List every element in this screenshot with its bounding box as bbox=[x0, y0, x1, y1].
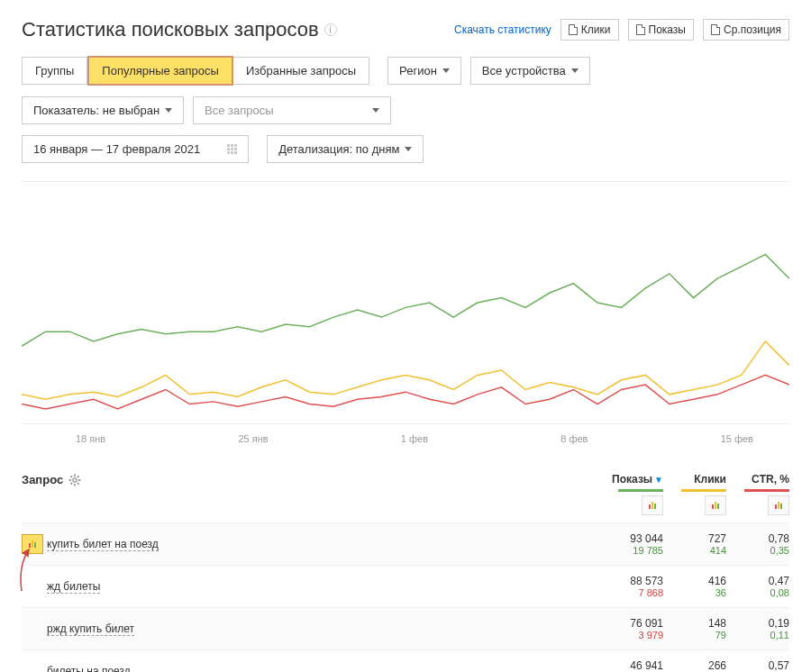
clicks-cell: 727414 bbox=[663, 532, 726, 556]
devices-dropdown[interactable]: Все устройства bbox=[470, 57, 590, 85]
bars-icon bbox=[712, 502, 719, 509]
table-row: купить билет на поезд93 04419 7857274140… bbox=[22, 522, 789, 565]
bars-icon bbox=[775, 502, 782, 509]
document-icon bbox=[569, 24, 578, 35]
ctr-cell: 0,780,35 bbox=[726, 532, 789, 556]
tab-favorite-queries[interactable]: Избранные запросы bbox=[233, 57, 369, 85]
svg-line-7 bbox=[77, 476, 79, 477]
position-export-button[interactable]: Ср.позиция bbox=[703, 19, 789, 41]
tab-groups[interactable]: Группы bbox=[22, 57, 87, 85]
region-dropdown[interactable]: Регион bbox=[387, 57, 461, 85]
indicator-dropdown[interactable]: Показатель: не выбран bbox=[22, 96, 184, 124]
document-icon bbox=[711, 24, 720, 35]
gear-icon[interactable] bbox=[68, 474, 81, 486]
ctr-column-header[interactable]: CTR, % bbox=[726, 473, 789, 515]
shows-export-button[interactable]: Показы bbox=[628, 19, 694, 41]
bars-icon bbox=[29, 540, 36, 548]
date-range-picker[interactable]: 16 января — 17 февраля 2021 bbox=[22, 135, 249, 163]
chevron-down-icon bbox=[442, 68, 450, 73]
queries-select[interactable]: Все запросы bbox=[193, 96, 391, 124]
svg-line-6 bbox=[77, 482, 79, 484]
chevron-down-icon bbox=[571, 68, 579, 73]
chevron-down-icon bbox=[372, 108, 379, 113]
sort-descending-icon: ▼ bbox=[654, 475, 663, 485]
chevron-down-icon bbox=[405, 147, 412, 151]
shows-cell: 93 04419 785 bbox=[600, 532, 663, 556]
chart-toggle-button[interactable] bbox=[768, 495, 789, 515]
shows-cell: 88 5737 868 bbox=[600, 575, 663, 598]
table-row: ржд купить билет76 0913 979148790,190,11 bbox=[22, 607, 789, 649]
series-indicator-red bbox=[744, 489, 789, 492]
ctr-cell: 0,190,11 bbox=[726, 617, 789, 640]
query-link[interactable]: жд билеты bbox=[47, 580, 100, 594]
clicks-export-button[interactable]: Клики bbox=[560, 19, 619, 41]
clicks-cell: 41636 bbox=[663, 575, 726, 598]
row-chart-button[interactable] bbox=[22, 534, 43, 554]
info-icon[interactable]: i bbox=[324, 23, 337, 36]
chart-toggle-button[interactable] bbox=[642, 495, 663, 515]
query-link[interactable]: купить билет на поезд bbox=[47, 538, 159, 551]
table-row: билеты на поезд46 94110 7422661310,570,1… bbox=[22, 649, 789, 672]
shows-column-header[interactable]: Показы▼ bbox=[600, 473, 663, 515]
x-axis: 18 янв25 янв1 фев8 фев15 фев bbox=[22, 433, 789, 444]
document-icon bbox=[636, 24, 645, 35]
detail-dropdown[interactable]: Детализация: по дням bbox=[267, 135, 424, 163]
chart-toggle-button[interactable] bbox=[705, 495, 726, 515]
shows-cell: 46 94110 742 bbox=[600, 659, 663, 672]
clicks-column-header[interactable]: Клики bbox=[663, 473, 726, 515]
ctr-cell: 0,470,08 bbox=[726, 575, 789, 598]
clicks-cell: 14879 bbox=[663, 617, 726, 640]
page-title: Статистика поисковых запросов i bbox=[22, 18, 337, 41]
shows-cell: 76 0913 979 bbox=[600, 617, 663, 640]
table-row: жд билеты88 5737 868416360,470,08 bbox=[22, 565, 789, 607]
series-indicator-yellow bbox=[681, 489, 726, 492]
chevron-down-icon bbox=[165, 108, 172, 113]
svg-line-5 bbox=[71, 476, 73, 477]
bars-icon bbox=[649, 502, 656, 509]
query-link[interactable]: билеты на поезд bbox=[47, 665, 131, 672]
query-column-header[interactable]: Запрос bbox=[22, 473, 63, 486]
svg-point-0 bbox=[73, 477, 77, 481]
series-indicator-green bbox=[618, 489, 663, 492]
download-stats-link[interactable]: Скачать статистику bbox=[454, 23, 551, 36]
calendar-icon bbox=[227, 144, 237, 154]
chart bbox=[22, 181, 789, 424]
clicks-cell: 266131 bbox=[663, 659, 726, 672]
query-link[interactable]: ржд купить билет bbox=[47, 622, 134, 636]
svg-line-8 bbox=[71, 482, 73, 484]
tab-popular-queries[interactable]: Популярные запросы bbox=[87, 56, 233, 86]
ctr-cell: 0,570,19 bbox=[726, 659, 789, 672]
